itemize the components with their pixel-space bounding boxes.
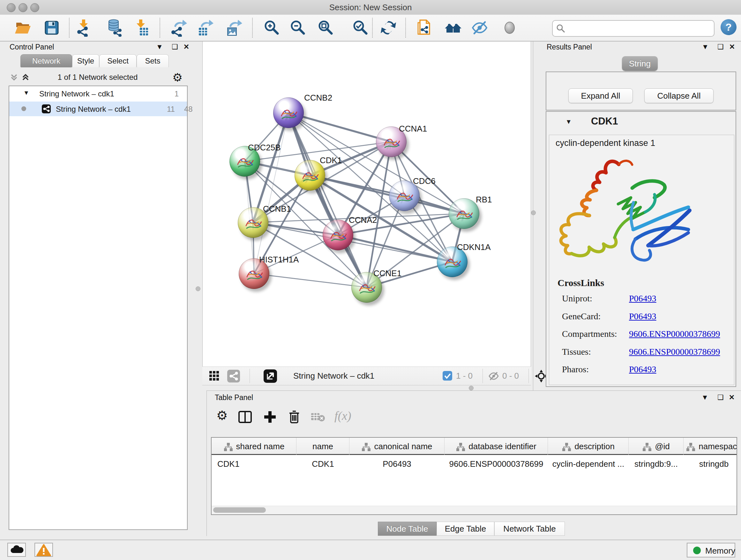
table-cell[interactable]: CDK1 bbox=[296, 456, 349, 472]
results-panel-close-icon[interactable]: ✕ bbox=[727, 42, 737, 52]
network-edge[interactable] bbox=[254, 273, 367, 287]
results-panel: Results Panel ▼ ❑ ✕ String Expand All Co… bbox=[533, 41, 741, 390]
tab-string[interactable]: String bbox=[622, 56, 658, 71]
string-document-icon[interactable] bbox=[415, 19, 433, 37]
collection-expander-icon[interactable]: ▼ bbox=[23, 89, 29, 97]
import-network-file-icon[interactable] bbox=[75, 19, 93, 37]
titlebar: Session: New Session bbox=[0, 0, 741, 15]
expand-all-button[interactable]: Expand All bbox=[568, 88, 633, 103]
tab-style[interactable]: Style bbox=[72, 54, 99, 67]
network-edge[interactable] bbox=[310, 175, 464, 213]
crosslink-link[interactable]: P06493 bbox=[629, 311, 657, 321]
column-header-canonical-name[interactable]: canonical name bbox=[349, 438, 445, 455]
zoom-out-icon[interactable] bbox=[288, 19, 307, 37]
crosslink-label: Compartments: bbox=[562, 329, 617, 339]
table-cell[interactable]: cyclin-dependent ... bbox=[548, 456, 629, 472]
table-panel: Table Panel ▼ ❑ ✕ ⚙ f(x) shared namename… bbox=[206, 390, 741, 536]
show-all-icon[interactable] bbox=[501, 19, 519, 37]
tab-sets[interactable]: Sets bbox=[137, 54, 169, 67]
save-session-icon[interactable] bbox=[43, 19, 61, 37]
warning-button[interactable] bbox=[35, 543, 53, 557]
crosslink-link[interactable]: 9606.ENSP00000378699 bbox=[629, 347, 720, 357]
crosslink-label: Pharos: bbox=[562, 364, 589, 374]
control-panel-dock-icon[interactable]: ▼ bbox=[155, 42, 164, 52]
table-panel-dock-icon[interactable]: ▼ bbox=[700, 393, 710, 402]
network-row[interactable]: String Network – cdk1 11 48 bbox=[9, 102, 187, 116]
network-collection-row[interactable]: ▼ String Network – cdk1 1 bbox=[9, 87, 187, 102]
scrollbar-thumb[interactable] bbox=[213, 507, 266, 513]
column-header-database-identifier[interactable]: database identifier bbox=[445, 438, 548, 455]
network-options-gear-icon[interactable]: ⚙ bbox=[172, 71, 183, 84]
export-table-icon[interactable] bbox=[196, 19, 214, 37]
crosslink-link[interactable]: 9606.ENSP00000378699 bbox=[629, 329, 720, 339]
node-label: HIST1H1A bbox=[259, 255, 299, 265]
viewbar-separator bbox=[250, 369, 250, 383]
selected-checkbox-icon[interactable] bbox=[443, 371, 452, 381]
show-columns-icon[interactable] bbox=[238, 411, 252, 423]
node-label: RB1 bbox=[476, 195, 492, 205]
table-header-row: shared namenamecanonical namedatabase id… bbox=[212, 438, 737, 455]
column-header-namespace[interactable]: namespace bbox=[684, 438, 737, 455]
export-network-icon[interactable] bbox=[170, 19, 188, 37]
cloud-button[interactable] bbox=[7, 543, 26, 557]
open-session-icon[interactable] bbox=[14, 19, 31, 37]
network-edge[interactable] bbox=[254, 113, 288, 273]
network-canvas[interactable]: CCNB2 CCNA1 CDC25B CDK1 CDC6 bbox=[202, 42, 531, 367]
table-cell[interactable]: CDK1 bbox=[212, 456, 296, 472]
tab-select[interactable]: Select bbox=[99, 54, 137, 67]
results-panel-float-icon[interactable]: ❑ bbox=[716, 42, 725, 52]
export-image-icon[interactable] bbox=[225, 19, 243, 37]
delete-column-icon[interactable] bbox=[288, 409, 300, 424]
network-edge[interactable] bbox=[288, 113, 367, 287]
column-header-name[interactable]: name bbox=[296, 438, 349, 455]
collapse-all-button[interactable]: Collapse All bbox=[644, 88, 714, 103]
delete-table-icon[interactable] bbox=[311, 412, 325, 422]
table-panel-float-icon[interactable]: ❑ bbox=[716, 393, 725, 402]
network-node-rb1[interactable] bbox=[449, 198, 479, 229]
left-splitter-handle[interactable] bbox=[196, 287, 200, 291]
results-panel-dock-icon[interactable]: ▼ bbox=[700, 42, 710, 52]
results-buttons-box: Expand All Collapse All bbox=[546, 71, 736, 111]
table-cell[interactable]: P06493 bbox=[349, 456, 445, 472]
grid-view-icon[interactable] bbox=[209, 370, 220, 382]
add-column-icon[interactable] bbox=[263, 410, 277, 424]
table-cell[interactable]: stringdb bbox=[684, 456, 737, 472]
column-header-shared-name[interactable]: shared name bbox=[212, 438, 296, 455]
crosslink-link[interactable]: P06493 bbox=[629, 364, 657, 374]
tab-edge-table[interactable]: Edge Table bbox=[436, 522, 494, 536]
zoom-fit-icon[interactable] bbox=[316, 19, 334, 37]
update-icon[interactable] bbox=[380, 19, 397, 37]
table-options-gear-icon[interactable]: ⚙ bbox=[216, 408, 228, 423]
table-panel-close-icon[interactable]: ✕ bbox=[727, 393, 737, 402]
control-panel: Control Panel ▼ ❑ ✕ Network Style Select… bbox=[0, 41, 195, 540]
network-node-ccnb2[interactable] bbox=[273, 98, 304, 128]
crosslink-link[interactable]: P06493 bbox=[629, 294, 657, 304]
string-home-icon[interactable] bbox=[444, 19, 462, 37]
table-panel-title: Table Panel bbox=[215, 393, 253, 402]
table-horizontal-scrollbar[interactable] bbox=[212, 506, 737, 514]
column-header-description[interactable]: description bbox=[548, 438, 629, 455]
horizontal-splitter-handle[interactable] bbox=[469, 386, 474, 390]
import-table-file-icon[interactable] bbox=[133, 19, 151, 37]
control-panel-float-icon[interactable]: ❑ bbox=[170, 42, 180, 52]
help-button[interactable]: ? bbox=[721, 19, 737, 35]
table-cell[interactable]: stringdb:9... bbox=[629, 456, 684, 472]
tab-network[interactable]: Network bbox=[20, 54, 72, 67]
import-network-database-icon[interactable] bbox=[106, 19, 124, 37]
zoom-in-icon[interactable] bbox=[262, 19, 280, 37]
string-view-icon[interactable] bbox=[227, 370, 240, 382]
tab-network-table[interactable]: Network Table bbox=[494, 522, 565, 536]
zoom-selected-icon[interactable] bbox=[351, 19, 369, 37]
gene-expander-icon[interactable]: ▼ bbox=[565, 118, 572, 125]
control-panel-close-icon[interactable]: ✕ bbox=[182, 42, 191, 52]
search-input[interactable] bbox=[552, 20, 715, 37]
hide-selection-icon[interactable] bbox=[471, 19, 488, 37]
application-window: Session: New Session bbox=[0, 0, 741, 560]
column-header-label: canonical name bbox=[374, 442, 432, 451]
function-builder-icon[interactable]: f(x) bbox=[334, 409, 351, 423]
tab-node-table[interactable]: Node Table bbox=[378, 522, 436, 536]
table-cell[interactable]: 9606.ENSP00000378699 bbox=[445, 456, 548, 472]
column-header--id[interactable]: @id bbox=[629, 438, 684, 455]
open-in-window-icon[interactable] bbox=[264, 369, 277, 383]
memory-button[interactable]: Memory bbox=[687, 543, 735, 557]
